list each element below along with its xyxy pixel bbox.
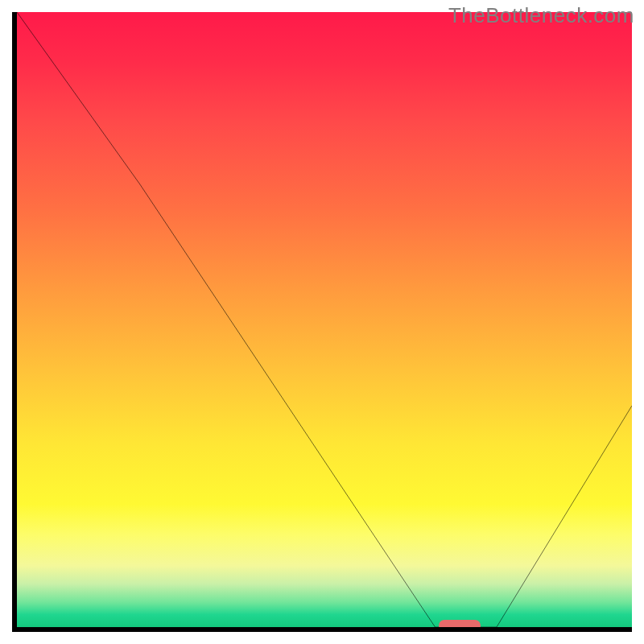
plot-area xyxy=(12,12,632,632)
watermark-text: TheBottleneck.com xyxy=(448,3,634,28)
optimal-marker xyxy=(439,620,481,631)
chart-frame: TheBottleneck.com xyxy=(0,0,644,644)
bottleneck-curve xyxy=(17,12,632,627)
